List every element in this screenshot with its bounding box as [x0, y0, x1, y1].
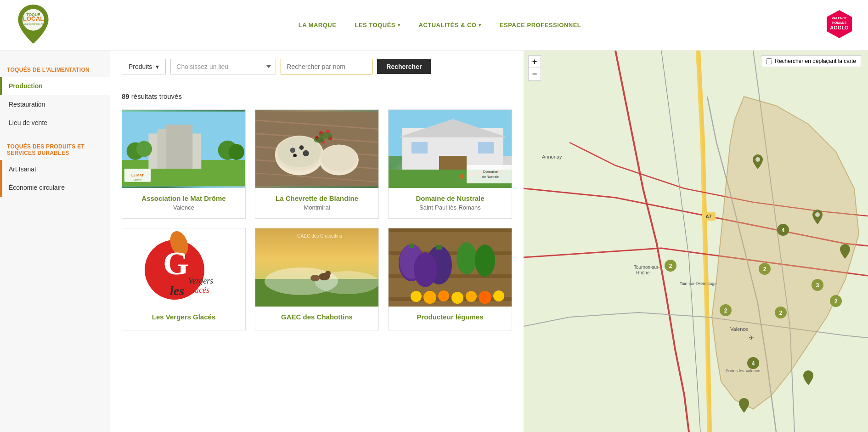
place-select[interactable]: Choisissez un lieu: [170, 59, 276, 74]
svg-point-85: [423, 291, 436, 304]
svg-point-31: [303, 150, 309, 156]
card-location-association: Valence: [128, 204, 240, 211]
main-layout: TOQUÉS DE L'ALIMENTATION Production Rest…: [0, 51, 868, 432]
sidebar-item-restauration[interactable]: Restauration: [0, 95, 110, 114]
svg-text:2: 2: [779, 310, 783, 316]
svg-point-82: [457, 242, 477, 274]
search-button[interactable]: Rechercher: [377, 59, 431, 74]
results-area: 89 résultats trouvés: [110, 83, 524, 432]
svg-point-104: [815, 212, 820, 217]
svg-text:Le MAT: Le MAT: [131, 173, 144, 177]
nav-espace-pro[interactable]: ESPACE PROFESSIONNEL: [500, 22, 581, 28]
main-nav: LA MARQUE LES TOQUÉS ▾ ACTUALITÉS & CO ▾…: [299, 22, 581, 28]
svg-text:les: les: [170, 284, 184, 298]
svg-point-84: [411, 291, 422, 302]
card-img-svg-association: Le MAT Drôme: [122, 110, 245, 188]
card-img-svg-domaine: Domaine de Nustrale: [389, 110, 512, 188]
category-dropdown-arrow: ▾: [156, 63, 159, 70]
svg-rect-12: [166, 125, 192, 169]
agglo-badge[interactable]: VALENCE ROMANS AGGLO: [824, 9, 854, 41]
svg-point-34: [321, 145, 357, 171]
svg-text:Domaine: Domaine: [483, 170, 498, 174]
svg-rect-45: [439, 156, 467, 170]
svg-text:Drôme: Drôme: [134, 178, 141, 181]
svg-point-29: [290, 148, 295, 153]
svg-point-88: [466, 291, 477, 302]
nav-actualites-arrow: ▾: [479, 23, 481, 28]
card-association-mat-drome[interactable]: Le MAT Drôme Association le Mat Drôme Va…: [122, 109, 246, 219]
logo-area[interactable]: TOQUE LOCAL par Valence Romans Agglo: [14, 2, 55, 48]
map-search-checkbox[interactable]: [766, 58, 772, 64]
svg-text:2: 2: [834, 298, 838, 305]
card-body-legumes: Producteur légumes: [389, 307, 512, 330]
card-body-chevrette: La Chevrette de Blandine Montmiral: [255, 188, 378, 218]
card-vergers-places[interactable]: G les Vergers glacés Les Vergers Glacés: [122, 228, 246, 330]
svg-point-32: [293, 154, 297, 158]
vergers-logo-svg: G les Vergers glacés: [138, 231, 230, 304]
name-search-input[interactable]: [281, 59, 372, 74]
svg-point-81: [414, 252, 437, 287]
card-chevrette-blandine[interactable]: La Chevrette de Blandine Montmiral: [255, 109, 379, 219]
search-bar: Produits ▾ Choisissez un lieu Rechercher: [110, 51, 524, 83]
svg-text:Tain-sur-l'Hermitage: Tain-sur-l'Hermitage: [680, 281, 716, 286]
svg-point-83: [475, 244, 495, 277]
svg-point-16: [229, 144, 244, 159]
card-img-svg-chevrette: [255, 110, 378, 188]
results-count: 89 résultats trouvés: [122, 92, 512, 100]
svg-point-87: [451, 292, 463, 304]
sidebar-section-alimentation-title: TOQUÉS DE L'ALIMENTATION: [0, 60, 110, 77]
svg-point-90: [493, 290, 504, 301]
svg-text:2: 2: [669, 263, 672, 269]
card-image-association: Le MAT Drôme: [122, 110, 245, 188]
svg-rect-72: [389, 228, 512, 232]
svg-text:4: 4: [782, 227, 785, 233]
sidebar-item-artisanat[interactable]: Art.Isanat: [0, 160, 110, 178]
sidebar-section-produits-title: TOQUÉS DES PRODUITS ET SERVICES DURABLES: [0, 136, 110, 160]
sidebar: TOQUÉS DE L'ALIMENTATION Production Rest…: [0, 51, 110, 432]
sidebar-item-economie-circulaire[interactable]: Économie circulaire: [0, 178, 110, 197]
card-location-chevrette: Montmiral: [261, 204, 373, 211]
map-search-toggle[interactable]: Rechercher en déplaçant la carte: [761, 55, 861, 67]
card-title-chevrette: La Chevrette de Blandine: [261, 194, 373, 202]
svg-point-86: [438, 290, 449, 301]
card-body-domaine: Domaine de Nustrale Saint-Paul-lès-Roman…: [389, 188, 512, 218]
card-legumes[interactable]: Producteur légumes: [388, 228, 512, 330]
svg-text:3: 3: [816, 282, 819, 289]
svg-text:Rhône: Rhône: [636, 270, 650, 275]
card-body-vergers: Les Vergers Glacés: [122, 307, 245, 330]
svg-text:Annonay: Annonay: [542, 154, 562, 159]
header: TOQUE LOCAL par Valence Romans Agglo LA …: [0, 0, 868, 51]
card-gaec-chabottins[interactable]: GAEC des Chabottins GAEC des Chabottins: [255, 228, 379, 330]
svg-text:glacés: glacés: [188, 285, 209, 295]
svg-point-14: [136, 141, 152, 157]
svg-point-69: [325, 271, 331, 276]
svg-text:par Valence Romans Agglo: par Valence Romans Agglo: [20, 23, 46, 25]
svg-text:2: 2: [763, 266, 767, 273]
card-image-chevrette: [255, 110, 378, 188]
svg-text:Vergers: Vergers: [188, 276, 213, 285]
card-image-legumes: [389, 228, 512, 307]
map-zoom-in-button[interactable]: +: [528, 55, 541, 68]
svg-text:✈: ✈: [749, 334, 754, 341]
map-area[interactable]: + − Rechercher en déplaçant la carte: [524, 51, 868, 432]
nav-la-marque[interactable]: LA MARQUE: [299, 22, 337, 28]
svg-rect-54: [467, 165, 512, 183]
svg-text:A7: A7: [706, 214, 712, 219]
card-img-svg-legumes: [389, 228, 512, 307]
card-body-gaec: GAEC des Chabottins: [255, 307, 378, 330]
category-dropdown[interactable]: Produits ▾: [122, 59, 166, 74]
svg-text:G: G: [163, 245, 189, 282]
svg-point-41: [314, 137, 324, 142]
cards-grid: Le MAT Drôme Association le Mat Drôme Va…: [122, 109, 512, 330]
svg-rect-47: [478, 142, 494, 153]
sidebar-item-lieu-de-vente[interactable]: Lieu de vente: [0, 114, 110, 132]
card-body-association: Association le Mat Drôme Valence: [122, 188, 245, 218]
svg-text:Portes-lès-Valence: Portes-lès-Valence: [726, 369, 760, 373]
nav-actualites[interactable]: ACTUALITÉS & CO ▾: [419, 22, 481, 28]
svg-text:LOCAL: LOCAL: [23, 15, 44, 22]
nav-les-toques[interactable]: LES TOQUÉS ▾: [355, 22, 400, 28]
svg-point-89: [479, 291, 491, 304]
card-domaine-nustrale[interactable]: Domaine de Nustrale Domaine de Nustrale …: [388, 109, 512, 219]
sidebar-item-production[interactable]: Production: [0, 77, 110, 95]
map-zoom-out-button[interactable]: −: [528, 68, 541, 81]
